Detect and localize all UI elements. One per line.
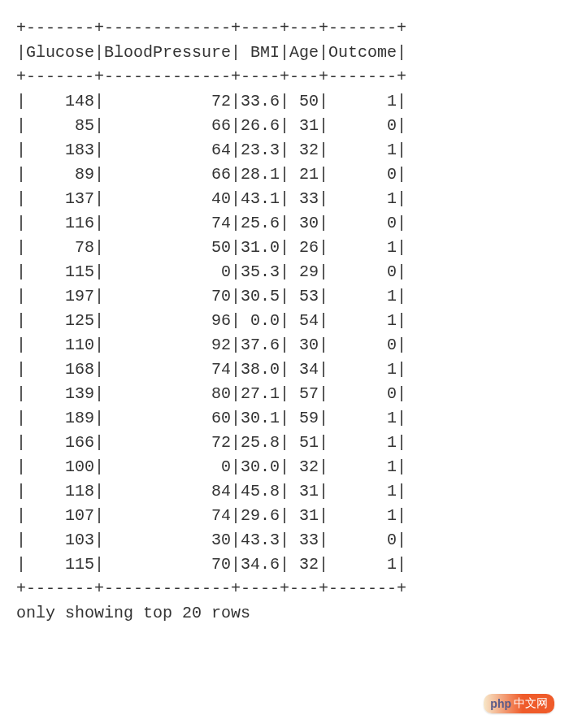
watermark-suffix: 中文网 (514, 696, 548, 711)
watermark-badge: php 中文网 (484, 694, 554, 713)
watermark-brand: php (490, 697, 511, 710)
dataframe-output: +-------+-------------+----+---+-------+… (16, 16, 553, 626)
